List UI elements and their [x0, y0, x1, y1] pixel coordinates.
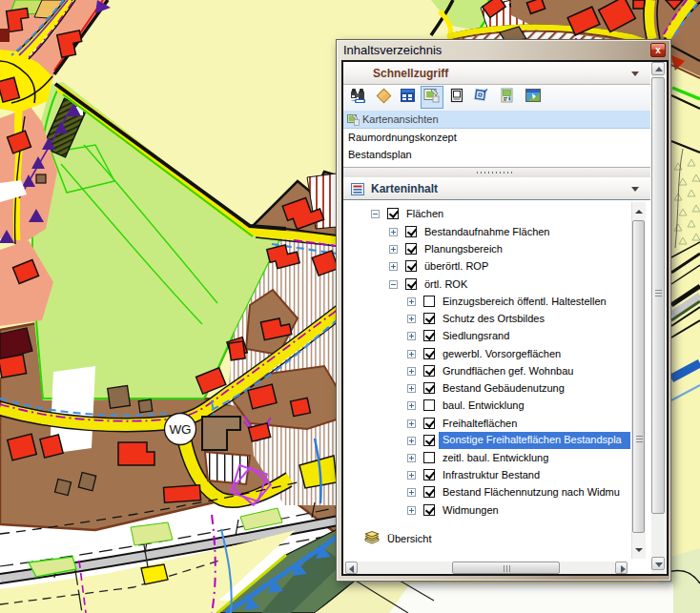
svg-text:WG: WG [169, 422, 191, 437]
